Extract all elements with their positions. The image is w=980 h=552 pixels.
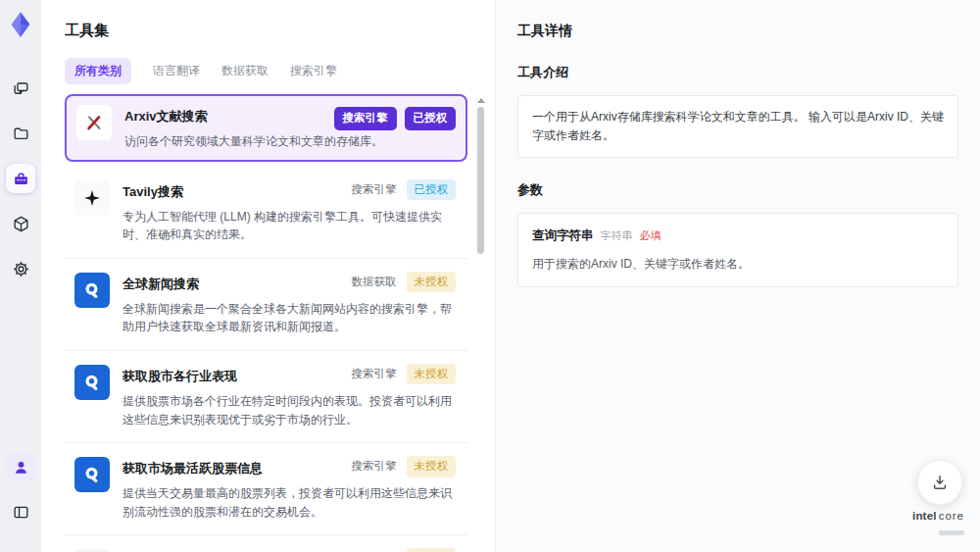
brand-core-text: core	[939, 510, 964, 522]
app-sidebar	[0, 0, 41, 552]
tool-card-regional-news[interactable]: 万维地区新闻查询 查询具体行政区划内的新闻，快速了解各地新闻动态。 搜索引擎 未…	[65, 535, 467, 552]
tool-description: 提供股票市场各个行业在特定时间段内的表现。投资者可以利用这些信息来识别表现优于或…	[122, 392, 460, 428]
settings-icon[interactable]	[6, 254, 35, 283]
list-scrollbar[interactable]	[475, 94, 485, 552]
tool-details-panel: 工具详情 工具介绍 一个用于从Arxiv存储库搜索科学论文和文章的工具。 输入可…	[495, 0, 980, 552]
params-heading: 参数	[517, 181, 958, 199]
blue-search-logo-icon	[74, 365, 110, 400]
brand-subtext-bar	[939, 530, 964, 535]
param-box: 查询字符串 字符串 必填 用于搜索的Arxiv ID、关键字或作者姓名。	[517, 213, 958, 286]
tool-auth-badge: 已授权	[405, 107, 457, 130]
folder-icon[interactable]	[6, 119, 35, 148]
param-name: 查询字符串	[532, 226, 594, 245]
tool-category-badge: 搜索引擎	[334, 107, 397, 130]
blue-search-logo-icon	[74, 273, 110, 308]
intro-text: 一个用于从Arxiv存储库搜索科学论文和文章的工具。 输入可以是Arxiv ID…	[532, 110, 944, 142]
param-description: 用于搜索的Arxiv ID、关键字或作者姓名。	[532, 255, 944, 274]
tool-category-label: 搜索引擎	[352, 457, 397, 477]
arxiv-logo-icon	[76, 105, 112, 140]
cube-icon[interactable]	[6, 209, 35, 238]
blue-search-logo-icon	[74, 457, 110, 492]
toolbox-icon[interactable]	[6, 164, 35, 193]
intro-box: 一个用于从Arxiv存储库搜索科学论文和文章的工具。 输入可以是Arxiv ID…	[517, 95, 958, 158]
param-required-badge: 必填	[640, 227, 662, 245]
tool-auth-badge: 未授权	[407, 364, 457, 385]
tool-card-tavily[interactable]: Tavily搜索 专为人工智能代理 (LLM) 构建的搜索引擎工具。可快速提供实…	[65, 167, 467, 259]
tool-auth-badge: 未授权	[407, 272, 457, 293]
tool-auth-badge: 未授权	[407, 456, 457, 477]
tool-card-arxiv[interactable]: Arxiv文献搜索 访问各个研究领域大量科学论文和文章的存储库。 搜索引擎 已授…	[65, 94, 467, 162]
scrollbar-up-arrow-icon[interactable]	[477, 98, 485, 103]
app-logo	[7, 11, 34, 38]
tool-description: 提供当天交易量最高的股票列表，投资者可以利用这些信息来识别流动性强的股票和潜在的…	[122, 484, 460, 521]
page-title: 工具集	[65, 22, 487, 40]
tab-data-fetch[interactable]: 数据获取	[221, 58, 269, 84]
tool-description: 全球新闻搜索是一个聚合全球各大新闻网站内容的搜索引擎，帮助用户快速获取全球最新资…	[122, 300, 460, 336]
user-icon[interactable]	[6, 452, 35, 481]
download-icon	[930, 473, 950, 492]
tool-card-most-active-stocks[interactable]: 获取市场最活跃股票信息 提供当天交易量最高的股票列表，投资者可以利用这些信息来识…	[65, 443, 467, 535]
tab-language-translation[interactable]: 语言翻译	[153, 58, 200, 84]
tab-all-categories[interactable]: 所有类别	[65, 58, 131, 84]
tool-card-sector-performance[interactable]: 获取股市各行业表现 提供股票市场各个行业在特定时间段内的表现。投资者可以利用这些…	[65, 351, 467, 443]
tool-category-label: 搜索引擎	[352, 180, 397, 200]
tool-category-label: 搜索引擎	[352, 365, 397, 384]
category-tabs: 所有类别 语言翻译 数据获取 搜索引擎	[65, 58, 487, 84]
tool-description: 访问各个研究领域大量科学论文和文章的存储库。	[124, 132, 456, 151]
intro-heading: 工具介绍	[517, 64, 958, 81]
download-button[interactable]	[917, 460, 962, 505]
param-type: 字符串	[601, 227, 633, 245]
intel-core-logo: intelcore	[912, 510, 964, 539]
tool-auth-badge: 未授权	[407, 548, 457, 552]
details-title: 工具详情	[517, 23, 958, 40]
tab-search-engine[interactable]: 搜索引擎	[290, 58, 337, 84]
tavily-star-icon	[74, 180, 110, 216]
tool-description: 专为人工智能代理 (LLM) 构建的搜索引擎工具。可快速提供实时、准确和真实的结…	[122, 208, 460, 244]
scrollbar-thumb[interactable]	[477, 107, 484, 254]
chat-icon[interactable]	[6, 74, 35, 103]
panel-toggle-icon[interactable]	[6, 497, 35, 527]
tool-auth-badge: 已授权	[407, 179, 457, 201]
tool-category-label: 数据获取	[352, 273, 397, 292]
tool-list-panel: 工具集 所有类别 语言翻译 数据获取 搜索引擎 Arxiv文献搜索 访问各个研究…	[41, 0, 495, 552]
tool-card-global-news[interactable]: 全球新闻搜索 全球新闻搜索是一个聚合全球各大新闻网站内容的搜索引擎，帮助用户快速…	[65, 259, 467, 351]
brand-intel-text: intel	[912, 510, 937, 522]
tool-list: Arxiv文献搜索 访问各个研究领域大量科学论文和文章的存储库。 搜索引擎 已授…	[65, 94, 487, 552]
